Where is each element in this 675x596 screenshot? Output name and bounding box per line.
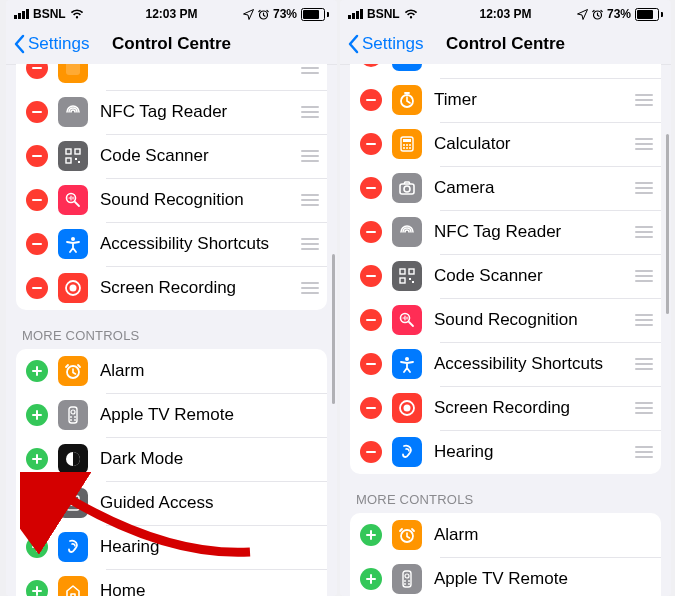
- drag-handle-icon[interactable]: [633, 446, 655, 458]
- control-label: Code Scanner: [100, 146, 299, 166]
- control-label: Screen Recording: [100, 278, 299, 298]
- add-button[interactable]: [360, 568, 382, 590]
- add-button[interactable]: [26, 580, 48, 596]
- soundrec-icon: [58, 185, 88, 215]
- darkmode-icon: [58, 444, 88, 474]
- add-button[interactable]: [360, 524, 382, 546]
- drag-handle-icon[interactable]: [633, 226, 655, 238]
- drag-handle-icon[interactable]: [299, 150, 321, 162]
- scrollbar[interactable]: [666, 134, 669, 314]
- control-row-calculator: Calculator: [350, 122, 661, 166]
- remove-button[interactable]: [360, 177, 382, 199]
- nfc-icon: [392, 217, 422, 247]
- control-row-apple-tv-remote: Apple TV Remote: [350, 557, 661, 596]
- back-button[interactable]: Settings: [12, 34, 89, 54]
- remove-button[interactable]: [360, 353, 382, 375]
- control-row-sound-recognition: Sound Recognition: [350, 298, 661, 342]
- phone-right: BSNL 12:03 PM 73% Settings Control Centr…: [340, 0, 671, 596]
- battery-icon: [635, 8, 663, 21]
- location-icon: [243, 9, 254, 20]
- control-label: Sound Recognition: [100, 190, 299, 210]
- remove-button[interactable]: [360, 89, 382, 111]
- location-icon: [577, 9, 588, 20]
- control-label: Sound Recognition: [434, 310, 633, 330]
- control-label: NFC Tag Reader: [100, 102, 299, 122]
- record-icon: [392, 393, 422, 423]
- scrollbar[interactable]: [332, 254, 335, 404]
- remove-button[interactable]: [26, 64, 48, 79]
- remove-button[interactable]: [360, 441, 382, 463]
- remove-button[interactable]: [360, 64, 382, 67]
- more-controls-header: MORE CONTROLS: [6, 310, 337, 349]
- status-time: 12:03 PM: [145, 7, 197, 21]
- remove-button[interactable]: [360, 133, 382, 155]
- alarm-icon: [58, 356, 88, 386]
- nav-title: Control Centre: [112, 34, 231, 54]
- remove-button[interactable]: [26, 233, 48, 255]
- control-label: Apple TV Remote: [100, 405, 321, 425]
- signal-icon: [348, 9, 363, 19]
- drag-handle-icon[interactable]: [633, 402, 655, 414]
- drag-handle-icon[interactable]: [299, 282, 321, 294]
- battery-pct: 73%: [607, 7, 631, 21]
- drag-handle-icon[interactable]: [299, 106, 321, 118]
- status-bar: BSNL 12:03 PM 73%: [340, 0, 671, 24]
- back-label: Settings: [28, 34, 89, 54]
- qr-icon: [392, 261, 422, 291]
- control-row-nfc-tag-reader: NFC Tag Reader: [350, 210, 661, 254]
- control-row-camera: Camera: [350, 166, 661, 210]
- add-button[interactable]: [26, 404, 48, 426]
- calc-icon: [392, 129, 422, 159]
- control-label: Home: [100, 581, 321, 596]
- add-button[interactable]: [26, 536, 48, 558]
- drag-handle-icon[interactable]: [299, 64, 321, 74]
- control-row-accessibility-shortcuts: Accessibility Shortcuts: [350, 342, 661, 386]
- add-button[interactable]: [26, 492, 48, 514]
- signal-icon: [14, 9, 29, 19]
- back-label: Settings: [362, 34, 423, 54]
- back-button[interactable]: Settings: [346, 34, 423, 54]
- add-button[interactable]: [26, 360, 48, 382]
- drag-handle-icon[interactable]: [633, 138, 655, 150]
- remove-button[interactable]: [360, 309, 382, 331]
- phone-left: BSNL 12:03 PM 73% Settings Control Centr…: [6, 0, 337, 596]
- drag-handle-icon[interactable]: [299, 238, 321, 250]
- nav-title: Control Centre: [446, 34, 565, 54]
- control-row-alarm: Alarm: [350, 513, 661, 557]
- control-label: Alarm: [100, 361, 321, 381]
- battery-icon: [301, 8, 329, 21]
- status-bar: BSNL 12:03 PM 73%: [6, 0, 337, 24]
- carrier-label: BSNL: [367, 7, 400, 21]
- remove-button[interactable]: [360, 397, 382, 419]
- control-row-code-scanner: Code Scanner: [16, 134, 327, 178]
- drag-handle-icon[interactable]: [633, 270, 655, 282]
- remove-button[interactable]: [26, 277, 48, 299]
- drag-handle-icon[interactable]: [633, 358, 655, 370]
- control-label: Timer: [434, 90, 633, 110]
- remove-button[interactable]: [26, 101, 48, 123]
- control-row-sound-recognition: Sound Recognition: [16, 178, 327, 222]
- nav-bar: Settings Control Centre: [340, 24, 671, 65]
- drag-handle-icon[interactable]: [633, 314, 655, 326]
- remove-button[interactable]: [26, 145, 48, 167]
- control-label: Hearing: [100, 537, 321, 557]
- remove-button[interactable]: [26, 189, 48, 211]
- hearing-icon: [392, 437, 422, 467]
- add-button[interactable]: [26, 448, 48, 470]
- remove-button[interactable]: [360, 221, 382, 243]
- control-row-item: [16, 64, 327, 90]
- remove-button[interactable]: [360, 265, 382, 287]
- access-icon: [392, 349, 422, 379]
- control-row-hearing: Hearing: [350, 430, 661, 474]
- control-label: Alarm: [434, 525, 655, 545]
- camera-icon: [392, 173, 422, 203]
- control-row-code-scanner: Code Scanner: [350, 254, 661, 298]
- drag-handle-icon[interactable]: [633, 182, 655, 194]
- soundrec-icon: [392, 305, 422, 335]
- wifi-icon: [70, 9, 84, 19]
- control-label: Dark Mode: [100, 449, 321, 469]
- drag-handle-icon[interactable]: [633, 94, 655, 106]
- timer-icon: [392, 85, 422, 115]
- drag-handle-icon[interactable]: [299, 194, 321, 206]
- status-time: 12:03 PM: [479, 7, 531, 21]
